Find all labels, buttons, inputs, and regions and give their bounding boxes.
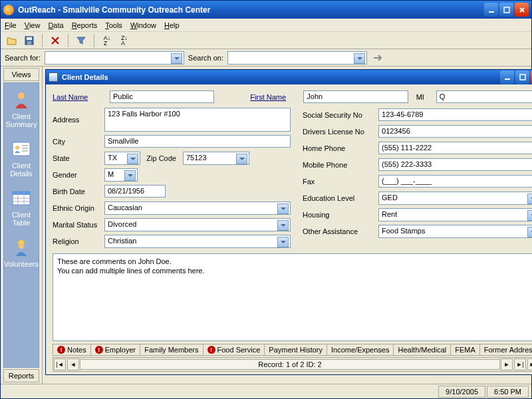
sidebar-item-volunteers[interactable]: Volunteers: [4, 237, 39, 268]
ssn-label: Social Security No: [303, 111, 376, 119]
svg-rect-3: [27, 37, 32, 40]
nav-new-button[interactable]: ►*: [527, 358, 532, 370]
right-column: Social Security No 123-45-6789 Drivers L…: [303, 108, 532, 248]
views-tab[interactable]: Views: [3, 68, 39, 81]
content-area: Client Details Last Name Public First Na…: [43, 66, 532, 384]
address-label: Address: [53, 116, 102, 124]
inner-maximize-button[interactable]: [515, 70, 529, 84]
form-area: Last Name Public First Name John MI Q Ad…: [46, 84, 532, 374]
zip-combo[interactable]: 75123: [183, 152, 249, 165]
mobile-phone-field[interactable]: (555) 222-3333: [378, 158, 532, 171]
form-icon: [49, 72, 58, 82]
sidebar-item-client-table[interactable]: Client Table: [4, 188, 39, 227]
statusbar: 9/10/2005 6:50 PM: [1, 384, 531, 398]
save-button[interactable]: [22, 33, 37, 48]
record-status: Record: 1 of 2 ID: 2: [80, 359, 500, 370]
menu-file[interactable]: File: [5, 21, 17, 29]
menubar: File View Data Reports Tools Window Help: [1, 19, 531, 32]
warning-icon: !: [57, 346, 65, 354]
minimize-button[interactable]: [484, 3, 498, 17]
ethnic-label: Ethnic Origin: [53, 204, 102, 212]
tab-food-service[interactable]: !Food Service: [203, 344, 265, 356]
housing-combo[interactable]: Rent: [378, 208, 532, 221]
search-on-label: Search on:: [188, 54, 223, 62]
open-button[interactable]: [5, 33, 19, 48]
gender-label: Gender: [53, 171, 102, 179]
card-icon: [11, 139, 31, 159]
address-field[interactable]: 123 Falls Harbor #100: [104, 108, 291, 132]
status-date: 9/10/2005: [438, 386, 485, 398]
search-on-combo[interactable]: [227, 51, 367, 65]
svg-rect-6: [13, 142, 30, 156]
home-phone-field[interactable]: (555) 111-2222: [378, 142, 532, 154]
comments-field[interactable]: These are comments on John Doe. You can …: [53, 253, 532, 341]
sort-desc-button[interactable]: Z↓A: [117, 33, 132, 48]
menu-tools[interactable]: Tools: [105, 21, 122, 29]
menu-view[interactable]: View: [25, 21, 41, 29]
birth-field[interactable]: 08/21/1956: [104, 185, 166, 198]
maximize-button[interactable]: [499, 3, 513, 17]
search-for-label: Search for:: [5, 54, 41, 62]
menu-reports[interactable]: Reports: [72, 21, 98, 29]
search-go-button[interactable]: [371, 51, 386, 65]
person-icon: [11, 90, 31, 110]
svg-point-5: [18, 92, 25, 99]
toolbar: A↓Z Z↓A: [1, 32, 531, 49]
education-label: Education Level: [303, 194, 376, 202]
inner-minimize-button[interactable]: [500, 70, 514, 84]
nav-prev-button[interactable]: ◄: [67, 358, 79, 370]
left-column: Address 123 Falls Harbor #100 City Small…: [53, 108, 291, 248]
ssn-field[interactable]: 123-45-6789: [378, 108, 532, 121]
tab-income-expenses[interactable]: Income/Expenses: [327, 344, 394, 356]
marital-label: Marital Status: [53, 221, 102, 229]
close-button[interactable]: [515, 3, 529, 17]
tab-payment-history[interactable]: Payment History: [265, 344, 327, 356]
sort-asc-button[interactable]: A↓Z: [100, 33, 114, 48]
education-combo[interactable]: GED: [378, 192, 532, 205]
sidebar-item-client-details[interactable]: Client Details: [4, 139, 39, 178]
first-name-field[interactable]: John: [303, 90, 408, 103]
menu-data[interactable]: Data: [48, 21, 63, 29]
search-for-combo[interactable]: [45, 51, 184, 65]
birth-label: Birth Date: [53, 188, 102, 196]
dl-field[interactable]: 0123456: [378, 125, 532, 138]
mi-field[interactable]: Q: [436, 90, 532, 103]
menu-help[interactable]: Help: [164, 21, 180, 29]
menu-window[interactable]: Window: [130, 21, 156, 29]
reports-tab[interactable]: Reports: [3, 369, 39, 382]
nav-last-button[interactable]: ►|: [514, 358, 526, 370]
tab-health-medical[interactable]: Health/Medical: [394, 344, 451, 356]
tab-fema[interactable]: FEMA: [451, 344, 480, 356]
religion-combo[interactable]: Christian: [104, 235, 291, 248]
city-field[interactable]: Smallville: [104, 135, 291, 148]
last-name-field[interactable]: Public: [110, 90, 214, 103]
religion-label: Religion: [53, 237, 102, 245]
tab-notes[interactable]: !Notes: [53, 344, 91, 356]
city-label: City: [53, 138, 102, 146]
record-navigator: |◄ ◄ Record: 1 of 2 ID: 2 ► ►| ►*: [53, 357, 532, 372]
other-assist-combo[interactable]: Food Stamps: [378, 225, 532, 238]
tab-former-address[interactable]: Former Address: [480, 344, 532, 356]
mi-label: MI: [416, 93, 428, 101]
housing-label: Housing: [303, 211, 376, 219]
tab-family-members[interactable]: Family Members: [140, 344, 203, 356]
nav-first-button[interactable]: |◄: [54, 358, 66, 370]
fax-field[interactable]: (___) ___-____: [378, 175, 532, 188]
titlebar: OutReach - Smallville Community Outreach…: [1, 1, 531, 19]
tab-employer[interactable]: !Employer: [91, 344, 140, 356]
nav-next-button[interactable]: ►: [501, 358, 513, 370]
dl-label: Drivers License No: [303, 128, 376, 136]
sidebar-item-client-summary[interactable]: Client Summary: [4, 90, 39, 128]
delete-button[interactable]: [48, 33, 63, 48]
svg-rect-19: [520, 74, 525, 80]
ethnic-combo[interactable]: Caucasian: [104, 201, 291, 215]
last-name-label[interactable]: Last Name: [53, 93, 102, 101]
zip-label: Zip Code: [143, 154, 180, 162]
filter-button[interactable]: [74, 33, 88, 48]
svg-point-17: [19, 243, 24, 249]
first-name-label[interactable]: First Name: [250, 93, 295, 101]
marital-combo[interactable]: Divorced: [104, 218, 291, 231]
state-combo[interactable]: TX: [104, 152, 140, 165]
inner-titlebar: Client Details: [46, 70, 532, 84]
gender-combo[interactable]: M: [104, 168, 138, 182]
